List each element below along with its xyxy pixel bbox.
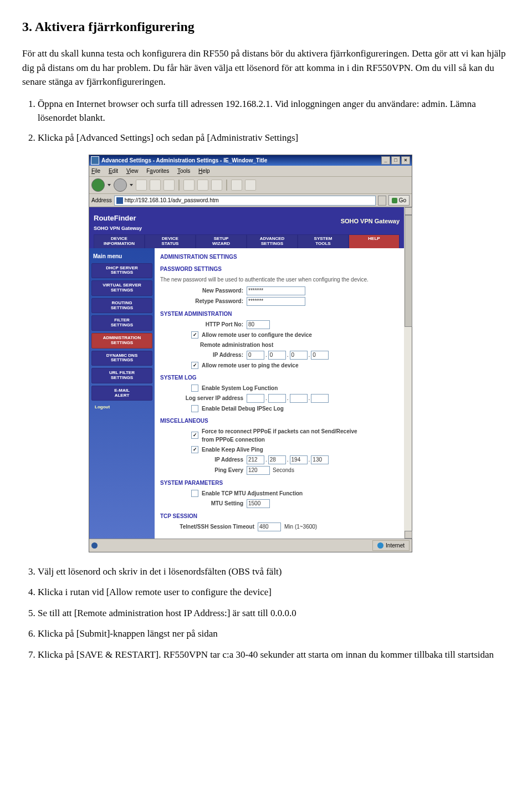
rf-header: RouteFinder SOHO VPN Gateway SOHO VPN Ga…	[89, 207, 404, 248]
syslog-ip-2[interactable]	[268, 394, 286, 403]
address-input[interactable]: http://192.168.10.1/adv_password.htm	[114, 196, 376, 206]
forward-button[interactable]	[114, 178, 127, 192]
sect-syslog: SYSTEM LOG	[160, 373, 400, 382]
ip-remote-4[interactable]: 0	[311, 351, 329, 360]
side-dyndns[interactable]: DYNAMIC DNSSETTINGS	[91, 351, 152, 366]
input-port[interactable]: 80	[247, 320, 270, 329]
stop-button[interactable]	[136, 180, 147, 191]
sect-tcp: TCP SESSION	[160, 512, 400, 520]
toolbar	[89, 177, 412, 194]
chk-ipsec[interactable]	[191, 405, 198, 412]
side-virtual-server[interactable]: VIRTUAL SERVERSETTINGS	[91, 280, 152, 296]
scrollbar[interactable]	[404, 207, 412, 539]
side-routing[interactable]: ROUTINGSETTINGS	[91, 298, 152, 314]
sect-sysparam: SYSTEM PARAMETERS	[160, 479, 400, 487]
address-label: Address	[91, 196, 112, 204]
doc-step2: Klicka på [Advanced Settings] och sedan …	[38, 131, 510, 145]
chk-pppoe[interactable]	[191, 432, 198, 439]
print-button[interactable]	[245, 180, 256, 191]
nav-setup-wizard[interactable]: SETUPWIZARD	[196, 234, 247, 248]
window-title: Advanced Settings - Administration Setti…	[101, 156, 267, 165]
side-filter[interactable]: FILTERSETTINGS	[91, 315, 152, 331]
side-dhcp[interactable]: DHCP SERVERSETTINGS	[91, 263, 152, 279]
side-email[interactable]: E-MAILALERT	[91, 386, 152, 401]
nav-device-information[interactable]: DEVICEINFORMATION	[94, 234, 145, 248]
lbl-telnet: Telnet/SSH Session Timeout	[160, 522, 258, 531]
back-dropdown-icon[interactable]	[108, 184, 111, 186]
nav-help[interactable]: HELP	[349, 234, 400, 248]
minimize-button[interactable]: _	[381, 156, 390, 165]
address-dropdown[interactable]	[378, 196, 386, 206]
keep-ip-4[interactable]: 130	[311, 455, 329, 464]
menu-file[interactable]: FFileile	[91, 168, 100, 174]
nav-system-tools[interactable]: SYSTEMTOOLS	[298, 234, 349, 248]
addressbar: Address http://192.168.10.1/adv_password…	[89, 194, 412, 207]
search-button[interactable]	[183, 180, 195, 191]
nav-device-status[interactable]: DEVICESTATUS	[145, 234, 196, 248]
doc-step7: Klicka på [SAVE & RESTART]. RF550VPN tar…	[38, 648, 510, 662]
lbl-ipaddr: IP Address:	[160, 351, 247, 359]
syslog-ip-1[interactable]	[247, 394, 264, 403]
rf-nav: DEVICEINFORMATION DEVICESTATUS SETUPWIZA…	[94, 234, 400, 248]
back-button[interactable]	[91, 178, 105, 192]
menu-view[interactable]: View	[126, 168, 139, 174]
menu-help[interactable]: Help	[198, 168, 210, 174]
rf-sidebar: Main menu DHCP SERVERSETTINGS VIRTUAL SE…	[89, 248, 155, 539]
side-administration[interactable]: ADMINISTRATIONSETTINGS	[91, 333, 152, 349]
menu-favorites[interactable]: Favorites	[146, 168, 169, 174]
lbl-ip2: IP Address	[160, 455, 247, 464]
ip-remote-3[interactable]: 0	[290, 351, 308, 360]
input-mtu[interactable]: 1500	[247, 499, 270, 508]
chk-mtu[interactable]	[191, 490, 198, 497]
syslog-ip-4[interactable]	[311, 394, 329, 403]
go-button[interactable]: Go	[388, 195, 410, 206]
nav-advanced-settings[interactable]: ADVANCEDSETTINGS	[247, 234, 298, 248]
syslog-ip-3[interactable]	[290, 394, 308, 403]
lbl-seconds: Seconds	[273, 466, 294, 474]
keep-ip-1[interactable]: 212	[247, 455, 264, 464]
doc-heading: 3. Aktivera fjärrkonfigurering	[22, 17, 510, 37]
doc-step4: Klicka i rutan vid [Allow remote user to…	[38, 585, 510, 600]
side-urlfilter[interactable]: URL FILTERSETTINGS	[91, 368, 152, 383]
forward-dropdown-icon[interactable]	[130, 184, 133, 186]
side-logout[interactable]: Logout	[91, 403, 152, 412]
keep-ip-2[interactable]: 28	[268, 455, 286, 464]
browser-screenshot: Advanced Settings - Administration Setti…	[89, 155, 510, 552]
ip-remote-2[interactable]: 0	[268, 351, 286, 360]
input-newpw[interactable]: *******	[247, 286, 305, 295]
chk-syslog[interactable]	[191, 385, 198, 392]
lbl-remote-ping: Allow remote user to ping the device	[201, 361, 301, 370]
lbl-ipsec: Enable Detail Debug IPSec Log	[201, 404, 287, 413]
chk-remote-config[interactable]	[191, 331, 198, 339]
keep-ip-3[interactable]: 194	[290, 455, 308, 464]
ip-remote-1[interactable]: 0	[247, 351, 264, 360]
home-button[interactable]	[163, 180, 175, 191]
history-button[interactable]	[211, 180, 222, 191]
maximize-button[interactable]: □	[391, 156, 400, 165]
lbl-newpw: New Password:	[160, 286, 247, 295]
refresh-button[interactable]	[150, 180, 161, 191]
lbl-keepalive: Enable Keep Alive Ping	[201, 445, 267, 454]
menu-tools[interactable]: Tools	[177, 168, 190, 174]
menu-edit[interactable]: Edit	[109, 168, 118, 174]
lbl-port: HTTP Port No:	[160, 320, 247, 329]
page-content: RouteFinder SOHO VPN Gateway SOHO VPN Ga…	[89, 207, 412, 539]
statusbar: Internet	[89, 539, 412, 552]
chk-keepalive[interactable]	[191, 446, 198, 453]
input-repw[interactable]: *******	[247, 297, 305, 306]
input-telnet[interactable]: 480	[258, 522, 281, 531]
close-button[interactable]: ×	[401, 156, 410, 165]
lbl-min: Min (1~3600)	[284, 522, 317, 531]
ie-icon	[91, 156, 99, 165]
internet-zone-icon	[377, 542, 383, 549]
lbl-mtu-chk: Enable TCP MTU Adjustment Function	[201, 489, 306, 498]
favorites-button[interactable]	[197, 180, 208, 191]
doc-step3: Välj ett lösenord och skriv in det i lös…	[38, 565, 510, 579]
chk-remote-ping[interactable]	[191, 362, 198, 369]
status-page-icon	[91, 542, 98, 549]
input-pingevery[interactable]: 120	[247, 466, 270, 475]
mail-button[interactable]	[231, 180, 242, 191]
rf-main: ADMINISTRATION SETTINGS PASSWORD SETTING…	[155, 248, 404, 539]
lbl-repw: Retype Password:	[160, 297, 247, 305]
menubar: FFileile Edit View Favorites Tools Help	[89, 166, 412, 177]
